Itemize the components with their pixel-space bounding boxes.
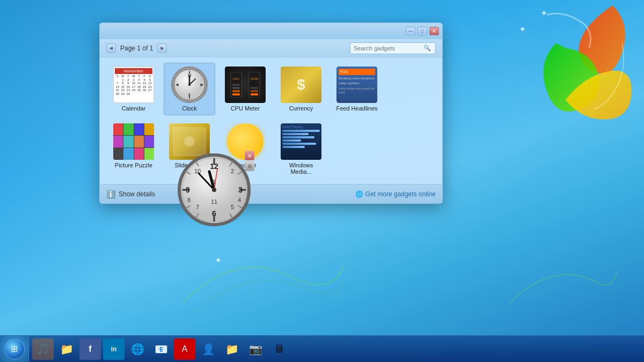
clock-overlay-close-button[interactable]: ✕ — [245, 151, 254, 160]
butterfly-1: ✦ — [540, 8, 547, 18]
svg-text:4: 4 — [238, 197, 241, 203]
butterfly-3: ✦ — [215, 255, 222, 265]
gadget-label-cpu-meter: CPU Meter — [231, 105, 260, 112]
gadget-gallery-window: — □ ✕ ◄ Page 1 of 1 ► 🔍 November — [99, 23, 443, 204]
show-details-button[interactable]: ℹ️ Show details — [106, 190, 155, 198]
taskbar-icon-chrome[interactable]: 🌐 — [127, 338, 148, 360]
page-label: Page 1 of 1 — [120, 45, 153, 52]
desktop-swirl-1 — [182, 223, 343, 330]
show-details-label: Show details — [119, 190, 155, 198]
get-more-label: Get more gadgets online — [365, 190, 436, 198]
gadget-thumb-currency: $ — [281, 67, 321, 103]
svg-rect-14 — [232, 90, 240, 92]
svg-text:9: 9 — [177, 83, 179, 87]
svg-text:10: 10 — [194, 168, 201, 174]
feed-visual: RSS Breaking news headlines today update… — [336, 67, 377, 103]
search-box[interactable]: 🔍 — [350, 42, 436, 54]
minimize-button[interactable]: — — [406, 27, 415, 35]
svg-point-25 — [184, 136, 195, 147]
svg-text:6: 6 — [212, 209, 216, 218]
taskbar-icons: 🎵 📁 f in 🌐 📧 A 👤 📁 — [29, 336, 293, 362]
gadget-item-cpu-meter[interactable]: CPU RAM CPU Meter — [219, 63, 271, 115]
svg-text:8: 8 — [187, 197, 191, 203]
taskbar: ⊞ 🎵 📁 f in 🌐 📧 A — [0, 335, 644, 362]
page-nav-bar: ◄ Page 1 of 1 ► 🔍 — [100, 39, 442, 57]
taskbar-icon-media[interactable]: 🎵 — [32, 338, 54, 360]
svg-rect-15 — [232, 87, 240, 89]
svg-rect-20 — [251, 90, 258, 92]
currency-visual: $ — [281, 67, 321, 103]
gadget-item-picture-puzzle[interactable]: Picture Puzzle — [108, 120, 159, 179]
taskbar-icon-facebook[interactable]: f — [79, 338, 101, 360]
gadget-label-windows-media: Windows Media... — [279, 162, 323, 175]
gadget-label-clock: Clock — [182, 105, 197, 112]
gadget-thumb-clock: 12 6 3 9 — [169, 67, 210, 103]
svg-text:3: 3 — [238, 186, 243, 194]
prev-page-button[interactable]: ◄ — [106, 43, 116, 53]
svg-text:7: 7 — [196, 204, 199, 210]
gadget-clock-face: 12 6 3 9 — [171, 67, 208, 103]
windows-logo — [526, 5, 633, 123]
start-button[interactable]: ⊞ — [0, 336, 29, 363]
window-titlebar: — □ ✕ — [100, 23, 442, 39]
taskbar-icon-camera[interactable]: 📷 — [245, 338, 266, 360]
gadget-label-picture-puzzle: Picture Puzzle — [115, 162, 152, 168]
clock-overlay-settings-button[interactable]: ⚙ — [245, 161, 254, 171]
svg-point-55 — [212, 188, 216, 192]
globe-icon: 🌐 — [355, 190, 363, 198]
desktop: ✦ ✦ ✦ — □ ✕ ◄ Page 1 of 1 ► 🔍 — [0, 0, 644, 362]
search-input[interactable] — [354, 45, 423, 51]
search-icon: 🔍 — [423, 45, 431, 51]
svg-text:9: 9 — [186, 186, 190, 194]
svg-rect-21 — [251, 87, 258, 89]
gadget-thumb-calendar: November SMTWTFS 123456 78910111213 1415… — [113, 67, 154, 103]
gadget-item-feed-headlines[interactable]: RSS Breaking news headlines today update… — [331, 63, 383, 115]
puzzle-visual — [113, 123, 154, 160]
svg-rect-16 — [232, 84, 240, 86]
gadget-item-currency[interactable]: $ Currency — [275, 63, 327, 115]
svg-text:CPU: CPU — [233, 77, 240, 80]
close-button[interactable]: ✕ — [429, 27, 439, 35]
clock-overlay-face: 12 6 3 9 2 10 4 8 5 7 1 11 — [177, 153, 251, 227]
taskbar-icon-linkedin[interactable]: in — [103, 338, 125, 360]
maximize-button[interactable]: □ — [418, 27, 427, 35]
taskbar-icon-outlook[interactable]: 📧 — [150, 338, 172, 360]
show-details-icon: ℹ️ — [106, 190, 115, 198]
gadget-item-calendar[interactable]: November SMTWTFS 123456 78910111213 1415… — [108, 63, 159, 115]
svg-point-11 — [188, 84, 191, 86]
start-orb: ⊞ — [4, 339, 25, 359]
svg-text:11: 11 — [211, 198, 217, 205]
taskbar-icon-folder2[interactable]: 📁 — [221, 338, 243, 360]
gadget-label-feed-headlines: Feed Headlines — [336, 105, 377, 112]
svg-text:3: 3 — [200, 83, 202, 87]
gadget-thumb-cpu-meter: CPU RAM — [225, 67, 266, 103]
get-more-gadgets-link[interactable]: 🌐 Get more gadgets online — [355, 190, 436, 198]
taskbar-icon-acrobat[interactable]: A — [174, 338, 195, 360]
svg-text:RAM: RAM — [251, 77, 258, 80]
gadget-item-clock[interactable]: 12 6 3 9 — [164, 63, 215, 115]
svg-rect-13 — [232, 93, 240, 95]
gadget-item-windows-media[interactable]: Now Playing Windows Media... — [275, 120, 327, 179]
taskbar-icon-display[interactable]: 🖥 — [268, 338, 290, 360]
taskbar-icon-explorer[interactable]: 📁 — [56, 338, 77, 360]
svg-rect-19 — [251, 93, 258, 95]
taskbar-icon-app1[interactable]: 👤 — [197, 338, 219, 360]
next-page-button[interactable]: ► — [157, 43, 167, 53]
clock-overlay[interactable]: ✕ ⚙ 12 — [177, 153, 252, 228]
window-footer: ℹ️ Show details 🌐 Get more gadgets onlin… — [100, 184, 442, 203]
gadget-thumb-picture-puzzle — [113, 123, 154, 160]
svg-text:6: 6 — [188, 93, 191, 97]
gadget-thumb-feed-headlines: RSS Breaking news headlines today update… — [336, 67, 377, 103]
gadget-label-calendar: Calendar — [122, 105, 146, 112]
media-visual: Now Playing — [281, 123, 321, 160]
desktop-swirl-2 — [510, 239, 617, 319]
butterfly-2: ✦ — [519, 24, 526, 34]
gadget-label-currency: Currency — [289, 105, 313, 112]
gadgets-grid: November SMTWTFS 123456 78910111213 1415… — [100, 57, 442, 184]
gadget-thumb-windows-media: Now Playing — [281, 123, 321, 160]
svg-text:2: 2 — [231, 168, 234, 174]
svg-text:5: 5 — [231, 204, 234, 210]
